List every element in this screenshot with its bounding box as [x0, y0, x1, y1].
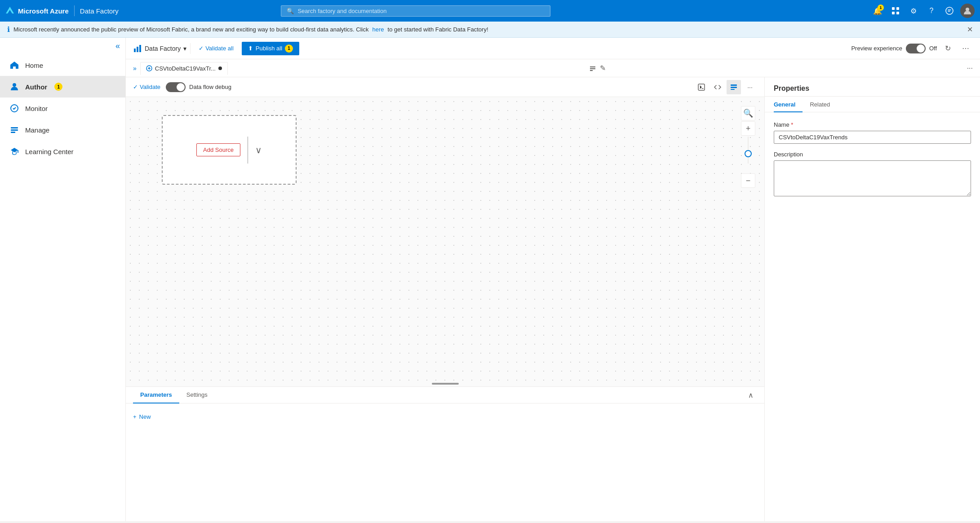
tab-actions-more-button[interactable]: ✎	[600, 64, 606, 72]
canvas-more-icon: ···	[747, 84, 753, 91]
factory-icon	[133, 44, 142, 53]
validate-button[interactable]: ✓ Validate	[133, 84, 160, 90]
user-avatar[interactable]	[960, 4, 975, 18]
product-name: Data Factory	[80, 7, 119, 15]
settings-icon: ⚙	[910, 7, 917, 15]
collapse-up-icon: ∧	[748, 391, 754, 399]
debug-toggle-control: Data flow debug	[166, 82, 231, 92]
validate-all-button[interactable]: ✓ Validate all	[194, 42, 238, 54]
settings-btn[interactable]: ⚙	[906, 4, 921, 18]
svg-rect-18	[731, 84, 737, 86]
name-input[interactable]	[774, 131, 971, 144]
banner-link[interactable]: here	[372, 26, 384, 33]
tab-general[interactable]: General	[774, 97, 803, 112]
canvas-properties-button[interactable]	[727, 80, 741, 94]
tab-related[interactable]: Related	[803, 97, 837, 112]
help-btn[interactable]: ?	[924, 4, 939, 18]
zoom-in-button[interactable]: +	[741, 121, 755, 136]
properties-panel: Properties General Related Name *	[764, 77, 980, 521]
sidebar-item-author[interactable]: Author 1	[0, 76, 125, 98]
name-label: Name *	[774, 121, 971, 128]
add-source-label: Add Source	[203, 146, 234, 153]
canvas-script-button[interactable]	[694, 80, 709, 94]
sidebar-item-home-label: Home	[25, 62, 43, 69]
zoom-in-icon: +	[746, 124, 751, 133]
feedback-btn[interactable]	[942, 4, 957, 18]
zoom-search-button[interactable]: 🔍	[741, 106, 755, 120]
canvas-main: ✓ Validate Data flow debug	[126, 77, 980, 521]
source-arrow-icon[interactable]: ∨	[255, 145, 262, 155]
notifications-btn[interactable]: 🔔 1	[870, 4, 885, 18]
sidebar-item-manage[interactable]: Manage	[0, 119, 125, 141]
svg-rect-2	[892, 7, 895, 10]
toggle-knob	[917, 44, 925, 53]
preview-toggle[interactable]	[906, 44, 926, 53]
content-area: Data Factory ▾ ✓ Validate all ⬆ Publish …	[126, 38, 980, 521]
plus-icon: +	[133, 413, 137, 420]
name-field: Name *	[774, 121, 971, 144]
tab-expand-button[interactable]: »	[133, 65, 137, 72]
refresh-icon: ↻	[945, 44, 951, 53]
description-textarea[interactable]	[774, 160, 971, 196]
help-icon: ?	[930, 7, 934, 15]
sidebar-item-author-label: Author	[25, 83, 47, 91]
bottom-collapse-button[interactable]: ∧	[745, 387, 757, 403]
home-icon	[9, 60, 20, 71]
author-badge: 1	[54, 83, 62, 91]
svg-rect-4	[892, 12, 895, 14]
sidebar-item-monitor-label: Monitor	[25, 105, 48, 112]
main-toolbar: Data Factory ▾ ✓ Validate all ⬆ Publish …	[126, 38, 980, 59]
canvas-code-button[interactable]	[710, 80, 725, 94]
svg-rect-15	[139, 45, 141, 52]
svg-point-6	[946, 7, 953, 14]
svg-rect-11	[11, 129, 18, 131]
script-icon	[697, 83, 705, 91]
tab-csv-delta[interactable]: CSVtoDeltaC19VaxTr...	[140, 62, 228, 75]
publish-all-button[interactable]: ⬆ Publish all 1	[242, 42, 299, 55]
search-input[interactable]	[297, 8, 545, 14]
publish-icon: ⬆	[248, 45, 253, 52]
zoom-out-button[interactable]: −	[741, 173, 755, 188]
sidebar-item-monitor[interactable]: Monitor	[0, 98, 125, 119]
sidebar-item-learning[interactable]: Learning Center	[0, 141, 125, 162]
debug-toggle-switch[interactable]	[166, 82, 186, 92]
svg-rect-14	[137, 47, 138, 52]
canvas-more-button[interactable]: ···	[743, 80, 757, 94]
zoom-slider-track[interactable]	[748, 137, 749, 164]
feedback-icon	[945, 7, 953, 15]
add-source-button[interactable]: Add Source	[196, 143, 240, 156]
sidebar-item-manage-label: Manage	[25, 126, 49, 134]
tab-ellipsis-button[interactable]: ···	[967, 64, 973, 72]
new-parameter-button[interactable]: + New	[133, 411, 757, 423]
svg-rect-20	[731, 89, 735, 90]
azure-logo-icon	[5, 6, 14, 15]
tab-more-button[interactable]	[589, 65, 596, 72]
tab-parameters[interactable]: Parameters	[133, 387, 179, 403]
zoom-slider-thumb[interactable]	[745, 150, 752, 157]
info-icon: ℹ	[7, 25, 10, 34]
main-layout: « Home Author 1 Monitor Manage	[0, 38, 980, 521]
canvas-flow: ✓ Validate Data flow debug	[126, 77, 764, 521]
tab-settings[interactable]: Settings	[179, 387, 215, 403]
banner-close-button[interactable]: ✕	[967, 25, 973, 34]
svg-rect-5	[896, 12, 899, 14]
sidebar-item-home[interactable]: Home	[0, 54, 125, 76]
zoom-out-icon: −	[746, 176, 751, 186]
factory-label: Data Factory	[145, 45, 181, 52]
flow-canvas[interactable]: Add Source ∨ 🔍 +	[126, 97, 764, 386]
toolbar-more-button[interactable]: ⋯	[958, 41, 973, 56]
properties-icon	[730, 83, 738, 91]
factory-selector[interactable]: Data Factory ▾	[133, 44, 186, 53]
monitor-icon	[9, 103, 20, 114]
svg-rect-12	[11, 132, 15, 133]
new-label: New	[139, 413, 151, 420]
brand: Microsoft Azure	[5, 6, 69, 15]
description-field: Description	[774, 151, 971, 196]
refresh-button[interactable]: ↻	[940, 41, 955, 56]
debug-label: Data flow debug	[189, 84, 231, 90]
search-bar[interactable]: 🔍	[281, 5, 550, 17]
author-icon	[9, 81, 20, 92]
portal-menu-btn[interactable]	[888, 4, 903, 18]
sidebar-collapse-button[interactable]: «	[0, 38, 125, 54]
canvas-toolbar-right: ···	[694, 80, 757, 94]
